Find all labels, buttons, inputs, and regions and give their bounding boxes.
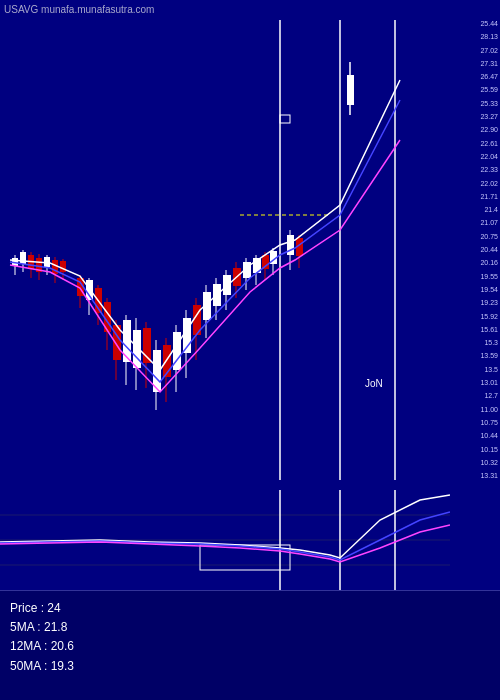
- svg-rect-11: [20, 252, 26, 264]
- watermark: USAVG munafa.munafasutra.com: [4, 4, 154, 15]
- chart-container: USAVG munafa.munafasutra.com: [0, 0, 500, 700]
- info-box: Price : 24 5MA : 21.8 12MA : 20.6 50MA :…: [0, 590, 500, 700]
- ma12-info: 12MA : 20.6: [10, 637, 74, 656]
- svg-rect-2: [0, 20, 450, 480]
- jon-label: JoN: [365, 378, 383, 389]
- ma5-info: 5MA : 21.8: [10, 618, 74, 637]
- ma50-info: 50MA : 19.3: [10, 657, 74, 676]
- candlestick-chart: [0, 20, 450, 480]
- macd-chart: [0, 490, 450, 590]
- price-scale: 25.44 28.13 27.02 27.31 26.47 25.59 25.3…: [453, 20, 498, 480]
- svg-rect-69: [347, 75, 354, 105]
- price-info: Price : 24: [10, 599, 74, 618]
- info-text: Price : 24 5MA : 21.8 12MA : 20.6 50MA :…: [10, 599, 74, 676]
- svg-rect-33: [123, 320, 131, 362]
